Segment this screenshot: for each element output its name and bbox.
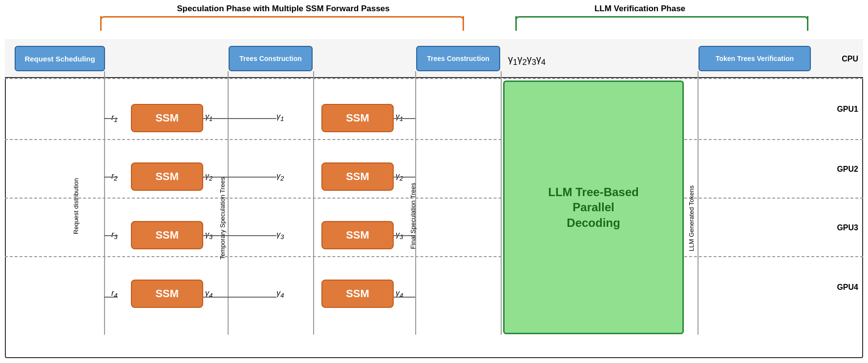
llm-box-text: LLM Tree-BasedParallelDecoding [548,184,638,230]
trees1-right-connector [313,71,314,335]
trees1-gamma4-hline [228,297,276,298]
ssm-r4-1: SSM [131,280,203,308]
divider-gpu1-gpu2 [5,139,863,140]
gamma1-after-ssm1: γ1 [205,112,212,122]
gpu4-label: GPU4 [837,283,858,292]
gamma4-before-ssm2: γ4 [276,289,284,299]
temp-speculation-trees-label: Temporary Speculation Trees [219,177,226,260]
bracket-left [100,16,102,31]
gpu2-label: GPU2 [837,165,858,174]
ssm-r3-1: SSM [131,221,203,249]
llm-decoding-box: LLM Tree-BasedParallelDecoding [503,81,684,334]
trees-construction-2-box: Trees Construction [416,46,500,71]
ssm2-gamma4-hline [394,297,415,298]
gamma4-after-ssm2: γ4 [396,289,403,299]
ssm-r3-2: SSM [321,221,394,249]
trees1-gamma3-hline [228,235,276,236]
ssm-r2-1: SSM [131,162,203,191]
ssm-r4-2: SSM [321,280,394,308]
speculation-bracket [100,16,464,31]
token-trees-verification-box: Token Trees Verification [699,46,811,71]
gpu3-label: GPU3 [837,223,858,232]
divider-gpu3-gpu4 [5,256,863,257]
cpu-label: CPU [842,55,858,63]
trees1-gamma1-hline [228,118,276,119]
bracket-green-left [515,16,517,31]
llm-generated-tokens-label: LLM Generated Tokens [688,185,695,251]
ssm-r2-2: SSM [321,162,394,191]
verification-bracket [515,16,808,31]
trees-construction-1-box: Trees Construction [229,46,313,71]
gamma1-after-ssm2: γ1 [396,112,403,122]
final-gamma-cpu: γ1γ2γ3γ4 [508,54,546,67]
r1-hline [104,118,118,119]
ttv-left-connector [698,71,699,335]
ssm-r1-2: SSM [321,104,394,132]
gamma3-before-ssm2: γ3 [276,230,284,241]
ssm2-gamma2-hline [394,177,415,178]
gpu1-label: GPU1 [837,105,858,114]
ssm1-gamma4-hline [203,297,228,298]
divider-gpu2-gpu3 [5,198,863,199]
r4-hline [104,297,118,298]
trees2-right-connector [501,71,502,335]
speculation-phase-label: Speculation Phase with Multiple SSM Forw… [103,4,464,14]
outer-border [5,39,863,358]
req-sched-connector [104,71,105,335]
r2-hline [104,177,118,178]
bracket-right [463,16,464,31]
ssm-r1-1: SSM [131,104,203,132]
ssm1-gamma1-hline [203,118,228,119]
gamma1-before-ssm2: γ1 [276,112,284,122]
r4-label: r4 [111,289,118,299]
gamma4-after-ssm1: γ4 [205,289,212,299]
ssm2-gamma1-hline [394,118,415,119]
bracket-green-right [807,16,808,31]
verification-phase-label: LLM Verification Phase [518,4,762,14]
diagram-container: Speculation Phase with Multiple SSM Forw… [0,0,868,363]
r3-hline [104,235,118,236]
divider-cpu-gpu1 [5,78,863,79]
trees1-gamma2-hline [228,177,276,178]
request-scheduling-box: Request Scheduling [15,46,105,71]
request-distribution-label: Request distribution [72,178,80,234]
final-speculation-trees-label: Final Speculation Trees [409,183,417,249]
trees1-left-connector [228,71,229,335]
gamma2-before-ssm2: γ2 [276,172,284,182]
